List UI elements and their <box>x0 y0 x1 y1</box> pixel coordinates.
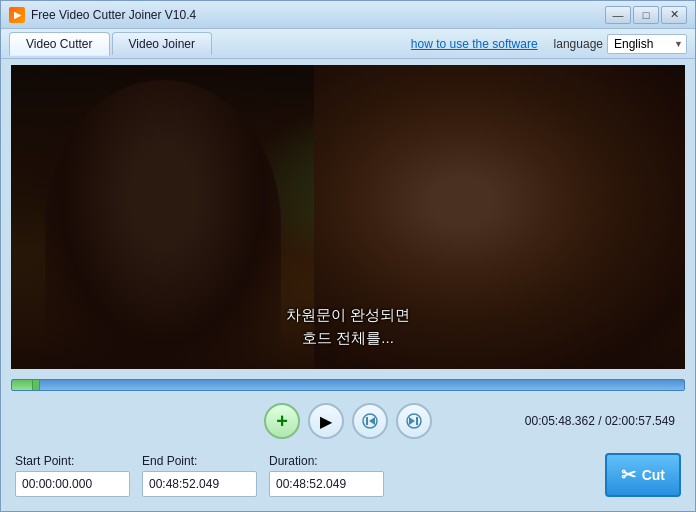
language-select-wrapper[interactable]: English Chinese Spanish French German <box>607 34 687 54</box>
controls-row: + ▶ 00:05:48.362 / 02:00:57.549 <box>11 401 685 441</box>
tab-video-joiner[interactable]: Video Joiner <box>112 32 213 55</box>
progress-area <box>11 377 685 393</box>
mark-out-button[interactable] <box>396 403 432 439</box>
close-button[interactable]: ✕ <box>661 6 687 24</box>
cut-button-label: Cut <box>642 467 665 483</box>
duration-group: Duration: <box>269 454 384 497</box>
mark-out-icon <box>406 413 422 429</box>
start-point-group: Start Point: <box>15 454 130 497</box>
end-point-input[interactable] <box>142 471 257 497</box>
window-controls: — □ ✕ <box>605 6 687 24</box>
total-time: 02:00:57.549 <box>605 414 675 428</box>
progress-fill <box>12 380 39 390</box>
video-player[interactable]: 차원문이 완성되면 호드 전체를... <box>11 65 685 369</box>
menu-bar: Video Cutter Video Joiner how to use the… <box>1 29 695 59</box>
language-area: language English Chinese Spanish French … <box>554 34 687 54</box>
bottom-controls: Start Point: End Point: Duration: ✂ Cut <box>11 449 685 501</box>
title-bar: ▶ Free Video Cutter Joiner V10.4 — □ ✕ <box>1 1 695 29</box>
subtitle-overlay: 차원문이 완성되면 호드 전체를... <box>286 304 410 349</box>
window-title: Free Video Cutter Joiner V10.4 <box>31 8 605 22</box>
content-area: 차원문이 완성되면 호드 전체를... + ▶ <box>1 59 695 511</box>
language-label: language <box>554 37 603 51</box>
time-display: 00:05:48.362 / 02:00:57.549 <box>525 414 675 428</box>
start-point-input[interactable] <box>15 471 130 497</box>
tab-video-cutter[interactable]: Video Cutter <box>9 32 110 56</box>
mark-in-icon <box>362 413 378 429</box>
time-separator: / <box>598 414 601 428</box>
add-file-button[interactable]: + <box>264 403 300 439</box>
creature-left <box>45 80 281 369</box>
minimize-button[interactable]: — <box>605 6 631 24</box>
scissors-icon: ✂ <box>621 464 636 486</box>
help-link[interactable]: how to use the software <box>411 37 538 51</box>
main-window: ▶ Free Video Cutter Joiner V10.4 — □ ✕ V… <box>0 0 696 512</box>
svg-marker-2 <box>369 417 375 425</box>
mark-in-button[interactable] <box>352 403 388 439</box>
duration-label: Duration: <box>269 454 384 468</box>
end-point-label: End Point: <box>142 454 257 468</box>
current-time: 00:05:48.362 <box>525 414 595 428</box>
svg-marker-5 <box>409 417 415 425</box>
video-frame: 차원문이 완성되면 호드 전체를... <box>11 65 685 369</box>
language-select[interactable]: English Chinese Spanish French German <box>607 34 687 54</box>
play-button[interactable]: ▶ <box>308 403 344 439</box>
maximize-button[interactable]: □ <box>633 6 659 24</box>
end-point-group: End Point: <box>142 454 257 497</box>
svg-rect-1 <box>366 417 368 425</box>
duration-input[interactable] <box>269 471 384 497</box>
cut-button[interactable]: ✂ Cut <box>605 453 681 497</box>
svg-rect-4 <box>416 417 418 425</box>
app-icon: ▶ <box>9 7 25 23</box>
progress-handle[interactable] <box>32 379 40 391</box>
start-point-label: Start Point: <box>15 454 130 468</box>
progress-bar[interactable] <box>11 379 685 391</box>
